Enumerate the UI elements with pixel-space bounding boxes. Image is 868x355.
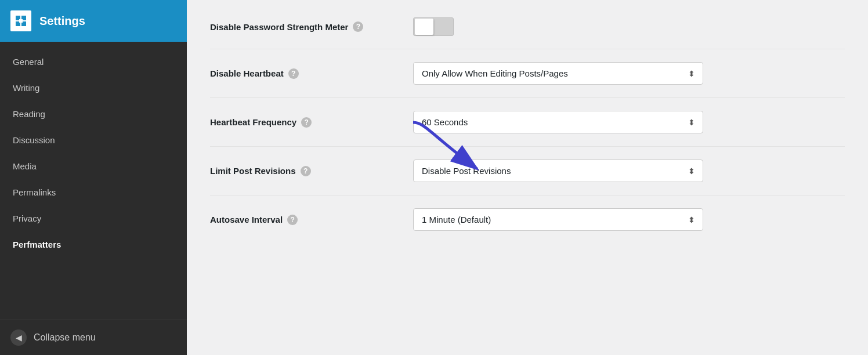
collapse-arrow-icon: ◀ bbox=[10, 329, 27, 346]
settings-row-autosave-interval: Autosave Interval ? 1 Minute (Default) 2… bbox=[210, 195, 845, 244]
sidebar-item-privacy[interactable]: Privacy bbox=[0, 205, 187, 231]
toggle-disable-password[interactable] bbox=[413, 17, 454, 36]
label-autosave-interval: Autosave Interval ? bbox=[210, 215, 396, 225]
control-disable-heartbeat: Disable Heartbeat Only Allow When Editin… bbox=[413, 62, 845, 85]
sidebar-item-general[interactable]: General bbox=[0, 49, 187, 75]
sidebar-item-reading[interactable]: Reading bbox=[0, 101, 187, 127]
sidebar-header: Settings bbox=[0, 0, 187, 42]
label-text-autosave-interval: Autosave Interval bbox=[210, 215, 283, 224]
settings-row-heartbeat-frequency: Heartbeat Frequency ? bbox=[210, 98, 845, 147]
help-icon-disable-password[interactable]: ? bbox=[353, 21, 363, 32]
help-icon-heartbeat-frequency[interactable]: ? bbox=[301, 117, 312, 128]
select-limit-post-revisions[interactable]: Disable Post Revisions 1 2 3 5 10 Unlimi… bbox=[413, 160, 703, 182]
label-text-limit-post-revisions: Limit Post Revisions bbox=[210, 166, 296, 176]
select-wrapper-autosave-interval: 1 Minute (Default) 2 Minutes 5 Minutes 1… bbox=[413, 208, 703, 231]
control-heartbeat-frequency: 15 Seconds 30 Seconds 60 Seconds 120 Sec… bbox=[413, 111, 845, 133]
sidebar-item-discussion[interactable]: Discussion bbox=[0, 127, 187, 153]
toggle-knob-disable-password bbox=[415, 19, 433, 35]
label-text-heartbeat-frequency: Heartbeat Frequency bbox=[210, 117, 296, 127]
label-disable-heartbeat: Disable Heartbeat ? bbox=[210, 68, 396, 79]
label-text-disable-password: Disable Password Strength Meter bbox=[210, 22, 348, 32]
select-wrapper-limit-post-revisions: Disable Post Revisions 1 2 3 5 10 Unlimi… bbox=[413, 160, 703, 182]
sidebar-title: Settings bbox=[39, 15, 85, 28]
label-disable-password: Disable Password Strength Meter ? bbox=[210, 21, 396, 32]
collapse-menu-button[interactable]: ◀ Collapse menu bbox=[0, 320, 187, 355]
select-wrapper-heartbeat-frequency: 15 Seconds 30 Seconds 60 Seconds 120 Sec… bbox=[413, 111, 703, 133]
sidebar-nav: General Writing Reading Discussion Media… bbox=[0, 42, 187, 320]
control-disable-password bbox=[413, 17, 845, 36]
select-autosave-interval[interactable]: 1 Minute (Default) 2 Minutes 5 Minutes 1… bbox=[413, 208, 703, 231]
main-content: Disable Password Strength Meter ? Disabl… bbox=[187, 0, 868, 355]
control-autosave-interval: 1 Minute (Default) 2 Minutes 5 Minutes 1… bbox=[413, 208, 845, 231]
label-heartbeat-frequency: Heartbeat Frequency ? bbox=[210, 117, 396, 128]
settings-row-disable-password: Disable Password Strength Meter ? bbox=[210, 17, 845, 49]
settings-row-limit-post-revisions: Limit Post Revisions ? Disable Post Revi… bbox=[210, 147, 845, 195]
select-heartbeat-frequency[interactable]: 15 Seconds 30 Seconds 60 Seconds 120 Sec… bbox=[413, 111, 703, 133]
help-icon-autosave-interval[interactable]: ? bbox=[287, 215, 298, 225]
help-icon-disable-heartbeat[interactable]: ? bbox=[288, 68, 299, 79]
label-text-disable-heartbeat: Disable Heartbeat bbox=[210, 68, 284, 78]
help-icon-limit-post-revisions[interactable]: ? bbox=[301, 166, 311, 176]
sidebar-item-perfmatters[interactable]: Perfmatters bbox=[0, 231, 187, 258]
label-limit-post-revisions: Limit Post Revisions ? bbox=[210, 166, 396, 176]
wordpress-logo bbox=[10, 10, 31, 31]
sidebar-item-writing[interactable]: Writing bbox=[0, 75, 187, 101]
sidebar: Settings General Writing Reading Discuss… bbox=[0, 0, 187, 355]
sidebar-item-permalinks[interactable]: Permalinks bbox=[0, 179, 187, 205]
control-limit-post-revisions: Disable Post Revisions 1 2 3 5 10 Unlimi… bbox=[413, 160, 845, 182]
select-wrapper-disable-heartbeat: Disable Heartbeat Only Allow When Editin… bbox=[413, 62, 703, 85]
settings-row-disable-heartbeat: Disable Heartbeat ? Disable Heartbeat On… bbox=[210, 49, 845, 98]
sidebar-item-media[interactable]: Media bbox=[0, 153, 187, 179]
collapse-menu-label: Collapse menu bbox=[34, 332, 96, 343]
settings-table: Disable Password Strength Meter ? Disabl… bbox=[210, 17, 845, 244]
select-disable-heartbeat[interactable]: Disable Heartbeat Only Allow When Editin… bbox=[413, 62, 703, 85]
